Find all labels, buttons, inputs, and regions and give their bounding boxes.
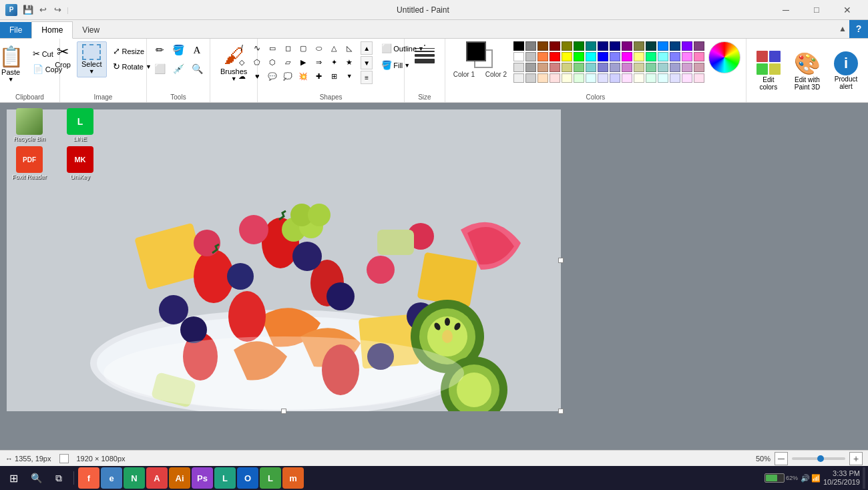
taskbar-app-9[interactable]: L (260, 467, 281, 489)
color-swatch[interactable] (537, 73, 548, 83)
color-swatch[interactable] (537, 41, 548, 51)
arrow-btn[interactable]: ▶ (296, 55, 310, 69)
pencil-btn[interactable]: ✏ (151, 41, 168, 59)
color-swatch[interactable] (670, 63, 680, 72)
color-swatch[interactable] (610, 63, 620, 72)
line-btn[interactable]: / (234, 41, 249, 55)
curve-btn[interactable]: ∿ (250, 41, 264, 55)
zoom-out-btn[interactable]: ─ (775, 452, 788, 465)
taskbar-app-8[interactable]: O (237, 467, 258, 489)
taskbar-app-6[interactable]: Ps (192, 467, 213, 489)
color-swatch[interactable] (682, 73, 692, 83)
color-swatch[interactable] (513, 52, 524, 61)
color-picker-btn[interactable]: 💉 (170, 60, 187, 77)
shapes-all-btn[interactable]: ≡ (361, 71, 373, 84)
rect-btn[interactable]: ▭ (265, 41, 280, 55)
heart-btn[interactable]: ♥ (250, 69, 264, 83)
color-swatch[interactable] (658, 73, 668, 83)
taskbar-app-3[interactable]: N (124, 467, 145, 489)
cloud-btn[interactable]: ☁ (234, 69, 249, 83)
color-swatch[interactable] (550, 52, 560, 61)
rainbow-picker[interactable] (708, 41, 740, 73)
zoom-slider[interactable] (792, 457, 845, 460)
color-swatch[interactable] (682, 63, 692, 72)
color-swatch[interactable] (694, 63, 704, 72)
edit-colors-btn[interactable]: Edit colors (752, 41, 785, 100)
color1-swatch[interactable] (466, 41, 486, 61)
color-swatch[interactable] (562, 73, 572, 83)
tab-view[interactable]: View (73, 22, 109, 38)
color-swatch[interactable] (513, 63, 524, 72)
color-swatch[interactable] (525, 41, 536, 51)
color-swatch[interactable] (562, 41, 572, 51)
color-swatch[interactable] (646, 41, 656, 51)
color-swatch[interactable] (550, 63, 560, 72)
taskbar-app-4[interactable]: A (146, 467, 168, 489)
more-shapes-btn[interactable]: ⊞ (327, 69, 341, 83)
quick-undo-btn[interactable]: ↩ (36, 3, 49, 17)
canvas-corner-handle[interactable] (558, 409, 564, 414)
rt-triangle-btn[interactable]: ◺ (342, 41, 357, 55)
color-swatch[interactable] (586, 73, 596, 83)
color-swatch[interactable] (670, 52, 680, 61)
color-swatch[interactable] (598, 73, 608, 83)
color-swatch[interactable] (634, 73, 644, 83)
zoom-tool-btn[interactable]: 🔍 (188, 60, 206, 77)
color-swatch[interactable] (622, 41, 632, 51)
arrow2-btn[interactable]: ⇒ (311, 55, 326, 69)
color-swatch[interactable] (610, 73, 620, 83)
size-btn[interactable] (410, 41, 439, 67)
show-desktop-btn[interactable] (863, 467, 865, 489)
parallelogram-btn[interactable]: ▱ (280, 55, 295, 69)
color-swatch[interactable] (694, 73, 704, 83)
hexagon-btn[interactable]: ⬡ (265, 55, 280, 69)
ribbon-collapse-btn[interactable]: ▲ (836, 19, 849, 38)
color-swatch[interactable] (537, 52, 548, 61)
callout2-btn[interactable]: 💭 (280, 69, 295, 83)
color-swatch[interactable] (670, 41, 680, 51)
canvas-bottom-handle[interactable] (281, 409, 286, 414)
taskbar-app-2[interactable]: e (101, 467, 122, 489)
maximize-btn[interactable]: □ (801, 0, 832, 20)
color-swatch[interactable] (586, 63, 596, 72)
color-swatch[interactable] (694, 41, 704, 51)
zoom-in-btn[interactable]: + (849, 452, 863, 465)
edit-paint3d-btn[interactable]: 🎨 Edit with Paint 3D (788, 41, 827, 100)
shapes-up-btn[interactable]: ▲ (361, 41, 373, 55)
task-view-btn[interactable]: ⧉ (48, 467, 69, 489)
shapes-down-btn[interactable]: ▼ (361, 56, 373, 69)
color-swatch[interactable] (562, 52, 572, 61)
select-btn[interactable]: Select ▼ (77, 41, 107, 77)
color-swatch[interactable] (525, 52, 536, 61)
pentagon-btn[interactable]: ⬠ (250, 55, 264, 69)
color-swatch[interactable] (682, 41, 692, 51)
text-btn[interactable]: A (188, 41, 206, 59)
quick-save-btn[interactable]: 💾 (21, 3, 35, 17)
color-swatch[interactable] (610, 41, 620, 51)
search-btn[interactable]: 🔍 (25, 467, 47, 489)
taskbar-app-10[interactable]: m (282, 467, 304, 489)
color-swatch[interactable] (574, 41, 584, 51)
bucket-btn[interactable]: 🪣 (170, 41, 187, 59)
rect2-btn[interactable]: ◻ (280, 41, 295, 55)
diamond-btn[interactable]: ◇ (234, 55, 249, 69)
quick-redo-btn[interactable]: ↪ (51, 3, 64, 17)
ellipse-btn[interactable]: ⬭ (311, 41, 326, 55)
taskbar-app-7[interactable]: L (214, 467, 236, 489)
crop-btn[interactable]: ✂ Crop (51, 41, 74, 71)
color-swatch[interactable] (622, 52, 632, 61)
tab-home[interactable]: Home (31, 21, 73, 39)
shapes-more-btn[interactable]: ▼ (342, 69, 357, 83)
color-swatch[interactable] (646, 73, 656, 83)
triangle-btn[interactable]: △ (327, 41, 341, 55)
color-swatch[interactable] (550, 41, 560, 51)
color-swatch[interactable] (525, 73, 536, 83)
color-swatch[interactable] (574, 73, 584, 83)
bang-btn[interactable]: 💥 (296, 69, 310, 83)
color-swatch[interactable] (574, 63, 584, 72)
star-btn[interactable]: ✦ (327, 55, 341, 69)
color-swatch[interactable] (574, 52, 584, 61)
color-swatch[interactable] (610, 52, 620, 61)
start-btn[interactable]: ⊞ (3, 467, 24, 489)
color-swatch[interactable] (513, 73, 524, 83)
